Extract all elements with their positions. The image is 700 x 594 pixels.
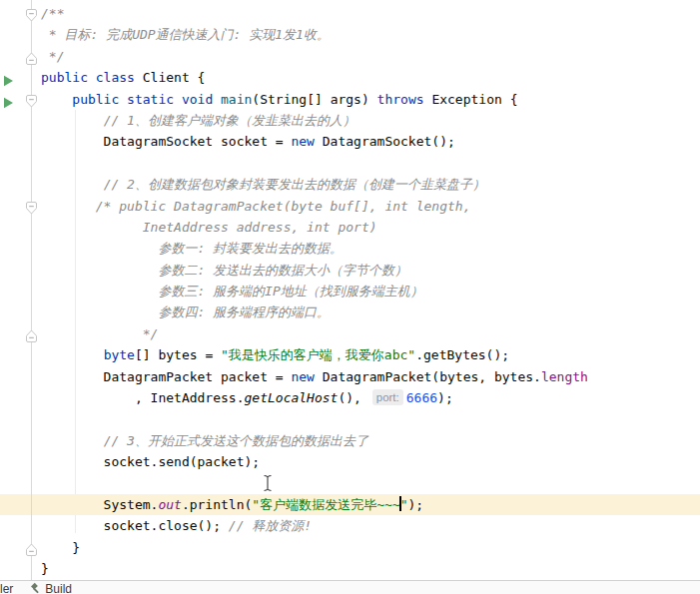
- fold-expand-icon[interactable]: [26, 541, 37, 554]
- code-line-text: System.out.println("客户端数据发送完毕~~~");: [0, 494, 423, 515]
- code-line-text: 参数四: 服务端程序的端口。: [0, 301, 330, 322]
- code-line-text: public class Client {: [0, 67, 205, 88]
- code-line[interactable]: public static void main(String[] args) t…: [0, 89, 700, 110]
- code-line[interactable]: 参数二: 发送出去的数据大小（字节个数）: [0, 260, 700, 281]
- code-line-text: // 2、创建数据包对象封装要发出去的数据（创建一个韭菜盘子）: [0, 174, 485, 195]
- statusbar-build-tab[interactable]: Build: [29, 578, 72, 594]
- fold-expand-icon[interactable]: [26, 50, 37, 63]
- code-area: /** * 目标: 完成UDP通信快速入门: 实现1发1收。 */public …: [0, 0, 700, 580]
- code-line[interactable]: DatagramPacket packet = new DatagramPack…: [0, 366, 700, 387]
- code-line-text: }: [0, 537, 80, 558]
- code-line[interactable]: socket.send(packet);: [0, 451, 700, 472]
- code-line[interactable]: }: [0, 558, 700, 579]
- code-line-text: DatagramSocket socket = new DatagramSock…: [0, 131, 455, 152]
- code-line[interactable]: public class Client {: [0, 67, 700, 88]
- code-line-text: * 目标: 完成UDP通信快速入门: 实现1发1收。: [0, 24, 330, 45]
- code-line-text: }: [0, 558, 49, 579]
- param-hint-chip: port:: [372, 389, 403, 405]
- code-line[interactable]: /* public DatagramPacket(byte buf[], int…: [0, 196, 700, 217]
- code-line[interactable]: [0, 153, 700, 174]
- code-line[interactable]: */: [0, 46, 700, 67]
- code-line[interactable]: DatagramSocket socket = new DatagramSock…: [0, 131, 700, 152]
- code-line[interactable]: // 1、创建客户端对象（发韭菜出去的人）: [0, 110, 700, 131]
- code-line[interactable]: socket.close(); // 释放资源!: [0, 515, 700, 536]
- code-line-text: socket.send(packet);: [0, 451, 260, 472]
- run-icon[interactable]: [3, 94, 14, 106]
- code-editor[interactable]: /** * 目标: 完成UDP通信快速入门: 实现1发1收。 */public …: [0, 0, 700, 580]
- code-line-text: 参数二: 发送出去的数据大小（字节个数）: [0, 260, 407, 281]
- code-line-text: // 3、开始正式发送这个数据包的数据出去了: [0, 430, 368, 451]
- code-line-text: InetAddress address, int port): [0, 217, 377, 238]
- code-line-text: 参数三: 服务端的IP地址（找到服务端主机）: [0, 281, 423, 301]
- code-line-text: DatagramPacket packet = new DatagramPack…: [0, 366, 588, 387]
- code-line-text: 参数一: 封装要发出去的数据。: [0, 238, 343, 259]
- code-line[interactable]: 参数一: 封装要发出去的数据。: [0, 238, 700, 259]
- code-line-text: */: [0, 323, 158, 344]
- code-line[interactable]: */: [0, 323, 700, 344]
- code-line[interactable]: // 3、开始正式发送这个数据包的数据出去了: [0, 430, 700, 451]
- fold-collapse-icon[interactable]: [26, 200, 37, 213]
- code-line-text: , InetAddress.getLocalHost(), port:6666)…: [0, 387, 453, 408]
- code-line[interactable]: InetAddress address, int port): [0, 217, 700, 238]
- run-icon[interactable]: [3, 72, 14, 84]
- status-bar: filer Build: [0, 580, 700, 594]
- code-line-text: public static void main(String[] args) t…: [0, 89, 517, 110]
- code-line[interactable]: * 目标: 完成UDP通信快速入门: 实现1发1收。: [0, 24, 700, 45]
- code-line[interactable]: byte[] bytes = "我是快乐的客户端，我爱你abc".getByte…: [0, 344, 700, 365]
- ide-window: /** * 目标: 完成UDP通信快速入门: 实现1发1收。 */public …: [0, 0, 700, 594]
- code-line[interactable]: // 2、创建数据包对象封装要发出去的数据（创建一个韭菜盘子）: [0, 174, 700, 195]
- fold-collapse-icon[interactable]: [26, 7, 37, 20]
- code-line-text: // 1、创建客户端对象（发韭菜出去的人）: [0, 110, 355, 131]
- code-line[interactable]: , InetAddress.getLocalHost(), port:6666)…: [0, 387, 700, 408]
- code-line-text: /* public DatagramPacket(byte buf[], int…: [0, 196, 470, 217]
- code-line[interactable]: [0, 408, 700, 429]
- code-line[interactable]: System.out.println("客户端数据发送完毕~~~");: [0, 494, 700, 515]
- code-line-text: byte[] bytes = "我是快乐的客户端，我爱你abc".getByte…: [0, 344, 509, 365]
- code-line[interactable]: /**: [0, 3, 700, 24]
- build-hammer-icon: [29, 580, 41, 594]
- code-line-text: socket.close(); // 释放资源!: [0, 515, 312, 536]
- fold-collapse-icon[interactable]: [26, 93, 37, 106]
- code-line[interactable]: }: [0, 537, 700, 558]
- fold-expand-icon[interactable]: [26, 327, 37, 340]
- code-line[interactable]: 参数四: 服务端程序的端口。: [0, 301, 700, 322]
- build-tab-label: Build: [45, 582, 72, 594]
- code-line[interactable]: [0, 473, 700, 494]
- code-line[interactable]: 参数三: 服务端的IP地址（找到服务端主机）: [0, 281, 700, 301]
- statusbar-partial-tab[interactable]: filer: [0, 580, 13, 594]
